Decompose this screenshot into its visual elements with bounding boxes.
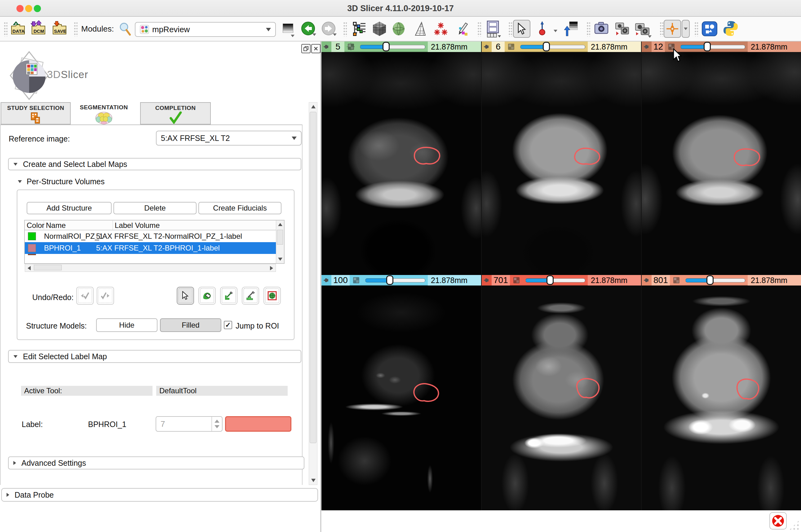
column-header-label-volume[interactable]: Label Volume bbox=[113, 221, 276, 230]
import-dicom-button[interactable]: DCM bbox=[30, 20, 47, 37]
exit-review-button[interactable] bbox=[769, 512, 787, 530]
slice-visibility-icon[interactable] bbox=[670, 276, 683, 284]
window-level-button[interactable] bbox=[564, 21, 578, 38]
reference-image-selector[interactable]: 5:AX FRFSE_XL T2 bbox=[156, 131, 302, 146]
float-panel-button[interactable] bbox=[301, 44, 311, 53]
column-header-name[interactable]: Name bbox=[44, 221, 113, 230]
slider-groove[interactable] bbox=[680, 45, 745, 49]
slider-handle[interactable] bbox=[704, 42, 711, 52]
draw-tool-button[interactable] bbox=[220, 287, 237, 305]
scroll-right-icon[interactable] bbox=[270, 266, 273, 270]
scroll-down-icon[interactable] bbox=[278, 258, 283, 261]
mri-slice-image[interactable] bbox=[322, 285, 481, 510]
color-swatch[interactable] bbox=[28, 232, 36, 240]
extensions-manager-button[interactable] bbox=[702, 20, 717, 38]
slider-handle[interactable] bbox=[386, 275, 394, 285]
slider-handle[interactable] bbox=[546, 275, 553, 285]
toolbar-grip[interactable] bbox=[694, 22, 698, 37]
toolbar-grip[interactable] bbox=[74, 22, 77, 37]
jump-to-roi-checkbox[interactable]: ✓ bbox=[224, 321, 232, 329]
viewport-compare-2[interactable]: 6 21.878mm bbox=[482, 41, 641, 275]
pin-button[interactable] bbox=[642, 41, 652, 52]
favorite-module-annotations-button[interactable] bbox=[434, 22, 448, 37]
slice-offset-value[interactable]: 701 bbox=[492, 275, 510, 285]
slice-visibility-icon[interactable] bbox=[505, 43, 518, 51]
scroll-down-icon[interactable] bbox=[311, 479, 315, 482]
slice-slider[interactable] bbox=[365, 275, 425, 285]
toolbar-grip[interactable] bbox=[660, 22, 663, 37]
table-row[interactable]: NormalROI_PZ_1 5:AX FRFSE_XL T2-NormalRO… bbox=[25, 230, 276, 242]
viewport-compare-4[interactable]: 100 21.878mm bbox=[322, 275, 481, 510]
viewport-compare-5[interactable]: 701 21.878mm bbox=[482, 275, 641, 510]
scroll-up-icon[interactable] bbox=[278, 223, 283, 226]
slice-slider[interactable] bbox=[520, 41, 585, 52]
layout-selector-button[interactable] bbox=[486, 20, 502, 39]
slider-groove[interactable] bbox=[520, 45, 585, 49]
back-button[interactable] bbox=[301, 21, 315, 37]
slice-offset-value[interactable]: 6 bbox=[492, 41, 505, 52]
module-selector[interactable]: mpReview bbox=[135, 22, 276, 37]
close-panel-button[interactable] bbox=[311, 44, 321, 53]
crosshair-button[interactable] bbox=[664, 20, 681, 38]
scroll-left-icon[interactable] bbox=[28, 266, 31, 270]
slice-offset-value[interactable]: 801 bbox=[652, 275, 670, 285]
slice-visibility-icon[interactable] bbox=[344, 43, 358, 51]
scene-view-menu-button[interactable] bbox=[635, 22, 650, 37]
resize-grip[interactable] bbox=[788, 519, 800, 531]
undo-button[interactable] bbox=[76, 287, 94, 305]
mri-slice-image[interactable] bbox=[642, 285, 801, 510]
create-fiducials-button[interactable]: Create Fiducials bbox=[198, 202, 281, 214]
favorite-module-volumes-button[interactable] bbox=[372, 21, 387, 38]
slice-offset-value[interactable]: 5 bbox=[331, 41, 344, 52]
pin-button[interactable] bbox=[642, 275, 652, 285]
mouse-interaction-button[interactable] bbox=[513, 20, 530, 38]
section-edit-selected-label-map[interactable]: Edit Selected Label Map bbox=[8, 350, 301, 363]
spin-down-icon[interactable] bbox=[215, 425, 219, 428]
slice-offset-value[interactable]: 12 bbox=[652, 41, 665, 52]
slider-groove[interactable] bbox=[685, 279, 745, 282]
slider-handle[interactable] bbox=[383, 42, 390, 52]
mri-slice-image[interactable] bbox=[322, 52, 481, 275]
toolbar-grip[interactable] bbox=[508, 22, 512, 37]
slider-handle[interactable] bbox=[707, 275, 714, 285]
module-search-button[interactable] bbox=[119, 22, 131, 37]
color-swatch[interactable] bbox=[28, 244, 36, 252]
pin-button[interactable] bbox=[322, 275, 331, 285]
pin-button[interactable] bbox=[322, 41, 331, 52]
tab-study-selection[interactable]: STUDY SELECTION bbox=[1, 102, 71, 125]
toolbar-grip[interactable] bbox=[586, 22, 590, 37]
toolbar-grip[interactable] bbox=[4, 22, 7, 37]
toolbar-grip[interactable] bbox=[343, 22, 347, 37]
python-console-button[interactable] bbox=[723, 20, 739, 38]
viewport-compare-1[interactable]: 5 21.878mm bbox=[322, 41, 481, 275]
tab-completion[interactable]: COMPLETION bbox=[140, 102, 211, 125]
pin-button[interactable] bbox=[482, 41, 492, 52]
favorite-module-editor-button[interactable] bbox=[455, 21, 469, 37]
tab-segmentation[interactable]: SEGMENTATION bbox=[77, 102, 130, 125]
slice-visibility-icon[interactable] bbox=[350, 276, 363, 284]
slice-slider[interactable] bbox=[360, 41, 425, 52]
erase-tool-button[interactable] bbox=[198, 287, 216, 305]
crosshair-menu-button[interactable] bbox=[682, 20, 690, 38]
toolbar-grip[interactable] bbox=[477, 22, 481, 37]
level-tracing-tool-button[interactable] bbox=[242, 287, 259, 305]
scene-view-button[interactable] bbox=[614, 22, 629, 37]
module-history-button[interactable] bbox=[283, 23, 293, 33]
scrollbar-thumb[interactable] bbox=[34, 265, 62, 270]
viewport-compare-6[interactable]: 801 21.878mm bbox=[642, 275, 801, 510]
spin-up-icon[interactable] bbox=[215, 420, 219, 423]
column-header-color[interactable]: Color bbox=[25, 221, 44, 230]
pin-button[interactable] bbox=[482, 275, 492, 285]
filled-models-button[interactable]: Filled bbox=[160, 318, 221, 332]
delete-structure-button[interactable]: Delete bbox=[113, 202, 197, 214]
hide-models-button[interactable]: Hide bbox=[96, 318, 158, 332]
add-structure-button[interactable]: Add Structure bbox=[27, 202, 112, 214]
scrollbar-thumb[interactable] bbox=[277, 230, 283, 245]
mri-slice-image[interactable] bbox=[482, 52, 641, 275]
slider-groove[interactable] bbox=[360, 45, 425, 49]
table-horizontal-scrollbar[interactable] bbox=[25, 264, 276, 272]
slice-slider[interactable] bbox=[685, 275, 745, 285]
forward-button[interactable] bbox=[321, 21, 336, 37]
slice-offset-value[interactable]: 100 bbox=[331, 275, 350, 285]
table-row-selected[interactable]: BPHROI_1 5:AX FRFSE_XL T2-BPHROI_1-label bbox=[25, 242, 276, 254]
